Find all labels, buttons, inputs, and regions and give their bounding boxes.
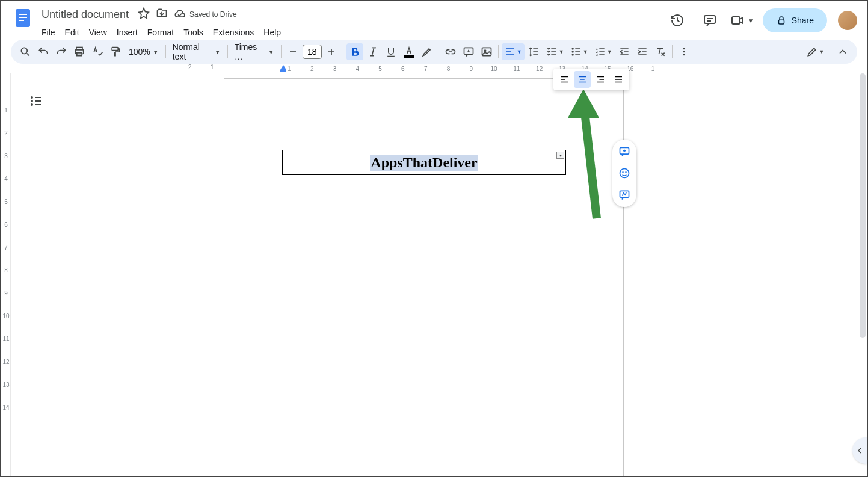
align-center-option[interactable] xyxy=(574,71,591,88)
canvas-area: 2 1 1 2 3 4 5 6 7 8 9 10 11 12 13 14 15 … xyxy=(1,64,867,476)
font-select[interactable]: Times …▼ xyxy=(231,43,278,60)
add-comment-float-button[interactable] xyxy=(616,143,633,160)
svg-rect-2 xyxy=(19,17,27,18)
print-button[interactable] xyxy=(71,43,88,60)
align-button[interactable]: ▼ xyxy=(502,43,525,60)
add-comment-button[interactable] xyxy=(460,43,477,60)
caret-down-icon: ▼ xyxy=(215,49,221,55)
menu-edit[interactable]: Edit xyxy=(61,25,84,40)
more-button[interactable] xyxy=(676,43,692,60)
vertical-ruler[interactable]: 1 2 3 4 5 6 7 8 9 10 11 12 13 14 xyxy=(1,73,11,476)
table-cell[interactable]: AppsThatDeliver ▾ xyxy=(282,150,566,175)
share-button[interactable]: Share xyxy=(763,8,827,32)
align-left-option[interactable] xyxy=(556,71,573,88)
menu-help[interactable]: Help xyxy=(259,25,285,40)
menu-file[interactable]: File xyxy=(37,25,60,40)
bullet-list-button[interactable]: ▼ xyxy=(568,43,591,60)
docs-logo[interactable] xyxy=(11,6,35,30)
ruler-tick: 2 xyxy=(301,64,324,73)
align-justify-option[interactable] xyxy=(610,71,627,88)
search-button[interactable] xyxy=(17,43,34,60)
ruler-tick: 10 xyxy=(482,64,505,73)
ruler-tick: 8 xyxy=(437,64,460,73)
star-icon[interactable] xyxy=(138,7,150,22)
caret-down-icon: ▼ xyxy=(268,49,274,55)
checklist-button[interactable]: ▼ xyxy=(544,43,567,60)
ruler-tick: 11 xyxy=(1,336,11,342)
ruler-tick: 5 xyxy=(1,198,11,205)
svg-point-14 xyxy=(484,50,486,52)
title-row: Untitled document Saved to Drive xyxy=(37,6,665,23)
ruler-tick: 10 xyxy=(1,313,11,319)
menu-insert[interactable]: Insert xyxy=(112,25,142,40)
menu-format[interactable]: Format xyxy=(143,25,178,40)
spellcheck-button[interactable] xyxy=(89,43,106,60)
decrease-font-button[interactable] xyxy=(285,43,301,60)
outline-button[interactable] xyxy=(25,90,47,112)
move-icon[interactable] xyxy=(156,7,168,22)
style-value: Normal text xyxy=(173,42,212,61)
history-button[interactable] xyxy=(665,8,689,32)
ruler-tick: 8 xyxy=(1,267,11,274)
highlight-button[interactable] xyxy=(419,43,436,60)
text-color-button[interactable] xyxy=(401,43,417,60)
meet-button[interactable]: ▼ xyxy=(730,8,754,32)
document-page[interactable]: AppsThatDeliver ▾ xyxy=(224,78,624,476)
cell-handle-icon[interactable]: ▾ xyxy=(556,152,564,159)
undo-button[interactable] xyxy=(35,43,52,60)
ruler-tick: 3 xyxy=(1,153,11,159)
floating-tools xyxy=(612,140,636,207)
svg-rect-3 xyxy=(19,20,24,21)
emoji-float-button[interactable] xyxy=(616,165,633,182)
separator xyxy=(227,45,228,58)
saved-status[interactable]: Saved to Drive xyxy=(174,8,237,20)
line-spacing-button[interactable] xyxy=(526,43,543,60)
align-right-option[interactable] xyxy=(592,71,609,88)
numbered-list-button[interactable]: 123▼ xyxy=(592,43,615,60)
paragraph-style-select[interactable]: Normal text▼ xyxy=(169,43,224,60)
menu-tools[interactable]: Tools xyxy=(179,25,208,40)
decrease-indent-button[interactable] xyxy=(616,43,633,60)
svg-point-25 xyxy=(31,100,32,102)
italic-button[interactable] xyxy=(365,43,381,60)
link-button[interactable] xyxy=(442,43,459,60)
menubar: File Edit View Insert Format Tools Exten… xyxy=(37,24,665,41)
document-title[interactable]: Untitled document xyxy=(37,7,133,22)
vertical-scrollbar[interactable] xyxy=(860,73,866,338)
paint-format-button[interactable] xyxy=(107,43,124,60)
ruler-tick: 1 xyxy=(1,107,11,114)
ruler-tick: 12 xyxy=(1,359,11,365)
increase-indent-button[interactable] xyxy=(634,43,651,60)
ruler-tick: 1 xyxy=(201,64,224,70)
user-avatar[interactable] xyxy=(838,11,857,30)
horizontal-ruler[interactable]: 2 1 1 2 3 4 5 6 7 8 9 10 11 12 13 14 15 … xyxy=(1,64,858,73)
ruler-tick: 2 xyxy=(179,64,202,70)
svg-point-22 xyxy=(683,51,685,53)
ruler-tick: 4 xyxy=(346,64,369,73)
image-button[interactable] xyxy=(478,43,495,60)
menu-extensions[interactable]: Extensions xyxy=(209,25,258,40)
underline-button[interactable] xyxy=(383,43,399,60)
lock-icon xyxy=(776,15,787,26)
ruler-tick: 9 xyxy=(460,64,482,73)
ruler-tick: 14 xyxy=(1,404,11,411)
redo-button[interactable] xyxy=(53,43,70,60)
font-value: Times … xyxy=(235,42,266,61)
collapse-toolbar-button[interactable] xyxy=(834,43,851,60)
ruler-tick: 2 xyxy=(1,130,11,137)
cell-text[interactable]: AppsThatDeliver xyxy=(370,155,478,171)
zoom-select[interactable]: 100%▼ xyxy=(125,43,162,60)
comments-button[interactable] xyxy=(698,8,722,32)
font-size-input[interactable] xyxy=(303,45,322,59)
svg-rect-6 xyxy=(778,20,784,24)
svg-text:3: 3 xyxy=(596,53,597,57)
svg-point-15 xyxy=(572,48,573,49)
suggest-edit-float-button[interactable] xyxy=(616,186,633,203)
increase-font-button[interactable] xyxy=(323,43,340,60)
side-panel-toggle[interactable] xyxy=(852,437,867,464)
menu-view[interactable]: View xyxy=(85,25,111,40)
editing-mode-button[interactable]: ▼ xyxy=(802,43,828,60)
svg-point-16 xyxy=(572,51,573,52)
clear-formatting-button[interactable] xyxy=(652,43,669,60)
bold-button[interactable] xyxy=(346,43,363,60)
